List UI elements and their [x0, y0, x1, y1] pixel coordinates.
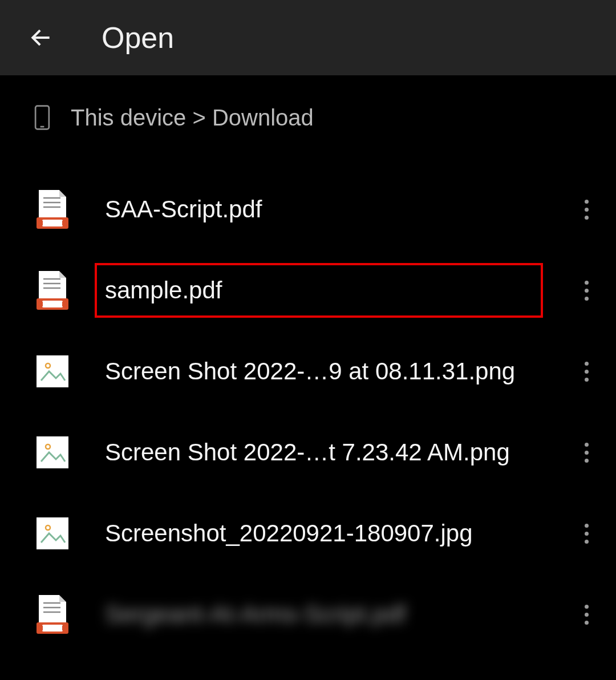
more-vertical-icon: [585, 281, 589, 301]
more-vertical-icon: [585, 200, 589, 220]
file-name: Screenshot_20220921-180907.jpg: [105, 520, 564, 547]
file-row[interactable]: Screenshot_20220921-180907.jpg: [0, 493, 616, 574]
file-name: sample.pdf: [105, 277, 564, 304]
app-header: Open: [0, 0, 616, 75]
more-vertical-icon: [585, 362, 589, 382]
more-vertical-icon: [585, 605, 589, 625]
image-file-icon: [37, 514, 68, 553]
file-name: Sergeant-At-Arms-Script.pdf: [105, 601, 564, 628]
more-options-button[interactable]: [573, 196, 600, 223]
more-vertical-icon: [585, 524, 589, 544]
pdf-file-icon: [37, 190, 68, 229]
back-button[interactable]: [27, 24, 55, 51]
svg-rect-1: [35, 106, 49, 129]
file-row[interactable]: Sergeant-At-Arms-Script.pdf: [0, 574, 616, 655]
arrow-left-icon: [29, 25, 54, 50]
pdf-file-icon: [37, 271, 68, 310]
file-name: Screen Shot 2022-…9 at 08.11.31.png: [105, 358, 564, 385]
pdf-file-icon: [37, 595, 68, 634]
file-name: Screen Shot 2022-…t 7.23.42 AM.png: [105, 439, 564, 466]
file-row[interactable]: sample.pdf: [0, 250, 616, 331]
more-vertical-icon: [585, 443, 589, 463]
more-options-button[interactable]: [573, 277, 600, 304]
file-row[interactable]: Screen Shot 2022-…t 7.23.42 AM.png: [0, 412, 616, 493]
file-name: SAA-Script.pdf: [105, 196, 564, 223]
file-row[interactable]: Screen Shot 2022-…9 at 08.11.31.png: [0, 331, 616, 412]
file-row[interactable]: SAA-Script.pdf: [0, 169, 616, 250]
more-options-button[interactable]: [573, 439, 600, 466]
more-options-button[interactable]: [573, 520, 600, 547]
more-options-button[interactable]: [573, 601, 600, 628]
breadcrumb-text: This device > Download: [71, 105, 314, 131]
image-file-icon: [37, 352, 68, 391]
file-list: SAA-Script.pdfsample.pdfScreen Shot 2022…: [0, 138, 616, 655]
more-options-button[interactable]: [573, 358, 600, 385]
breadcrumb[interactable]: This device > Download: [0, 75, 616, 138]
image-file-icon: [37, 433, 68, 472]
device-icon: [34, 105, 50, 130]
page-title: Open: [102, 21, 174, 55]
